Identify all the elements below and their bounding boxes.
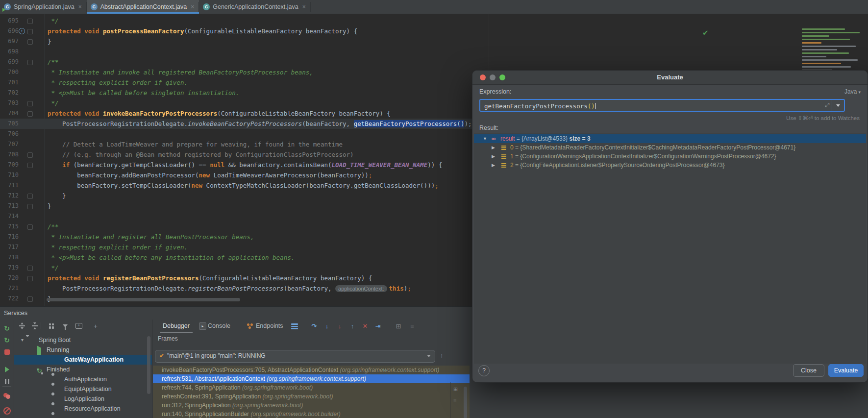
line-number[interactable]: 698	[0, 47, 19, 57]
frame-row[interactable]: run:312, SpringApplication (org.springfr…	[153, 401, 470, 410]
line-number[interactable]: 697	[0, 36, 19, 47]
frame-row[interactable]: refresh:744, SpringApplication (org.spri…	[153, 383, 470, 392]
expand-editor-icon[interactable]: ⤢	[825, 102, 829, 108]
filter-icon[interactable]	[60, 321, 70, 331]
tree-item-LogApplication[interactable]: LogApplication	[14, 394, 152, 404]
step-into-icon[interactable]: ↓	[322, 320, 332, 331]
line-number[interactable]: 703	[0, 98, 19, 108]
tree-item-Finished[interactable]: ▾↻Finished	[14, 365, 152, 374]
fold-marker-icon[interactable]	[27, 152, 33, 158]
line-number[interactable]: 704	[0, 108, 19, 119]
group-by-icon[interactable]	[47, 321, 56, 331]
line-number[interactable]: 700	[0, 67, 19, 77]
collapse-all-icon[interactable]	[30, 321, 40, 331]
help-button[interactable]: ?	[478, 365, 490, 376]
resume-icon[interactable]	[0, 365, 14, 374]
chevron-right-icon[interactable]: ▶	[492, 152, 495, 161]
line-number[interactable]: 701	[0, 77, 19, 88]
frames-scrollbar[interactable]	[464, 387, 467, 418]
tab-endpoints[interactable]: Endpoints	[256, 320, 283, 332]
result-row[interactable]: ▼∞result = {ArrayList@4533} size = 3	[474, 134, 866, 143]
line-number[interactable]: 721	[0, 283, 19, 294]
dialog-title-bar[interactable]: Evaluate	[472, 71, 868, 85]
chevron-right-icon[interactable]: ▶	[492, 143, 495, 152]
step-over-icon[interactable]: ↷	[309, 320, 320, 331]
frame-row[interactable]: run:140, SpringApplicationBuilder (org.s…	[153, 410, 470, 418]
result-child-row[interactable]: ▶2 = {ConfigFileApplicationListener$Prop…	[474, 161, 866, 170]
fold-marker-icon[interactable]	[27, 29, 33, 34]
tree-item-Running[interactable]: ▾Running	[14, 345, 152, 355]
line-number[interactable]: 715	[0, 221, 19, 232]
thread-selector[interactable]: ✔"main"@1 in group "main": RUNNING	[155, 350, 435, 363]
view-breakpoints-icon[interactable]	[0, 391, 14, 401]
tree-item-ResourceApplication[interactable]: ResourceApplication	[14, 404, 152, 414]
expression-history-dropdown[interactable]	[832, 100, 844, 111]
pause-icon[interactable]	[0, 376, 14, 386]
fold-marker-icon[interactable]	[27, 204, 33, 209]
editor-tab-SpringApplication.java[interactable]: CSpringApplication.java×	[0, 0, 87, 14]
line-number[interactable]: 718	[0, 252, 19, 263]
evaluate-button[interactable]: Evaluate	[828, 364, 864, 377]
fold-marker-icon[interactable]	[27, 276, 33, 281]
line-number[interactable]: 722	[0, 294, 19, 304]
frame-row[interactable]: refresh:531, AbstractApplicationContext …	[153, 374, 470, 383]
tree-scrollbar[interactable]	[147, 336, 150, 394]
language-selector[interactable]: Java	[844, 88, 861, 95]
fold-marker-icon[interactable]	[27, 39, 33, 45]
line-number[interactable]: 712	[0, 191, 19, 201]
line-number[interactable]: 699	[0, 57, 19, 67]
line-number[interactable]: 710	[0, 170, 19, 180]
tree-item-GateWayApplication[interactable]: GateWayApplication	[14, 355, 152, 365]
line-number[interactable]: 714	[0, 211, 19, 221]
editor-tab-GenericApplicationContext.java[interactable]: CGenericApplicationContext.java×	[199, 0, 310, 14]
line-number[interactable]: 711	[0, 180, 19, 191]
expression-input[interactable]: getBeanFactoryPostProcessors() ⤢	[479, 99, 845, 112]
tab-console[interactable]: Console	[208, 320, 230, 332]
drop-frame-icon[interactable]: ✕	[360, 320, 371, 331]
tree-item-EquiptApplication[interactable]: EquiptApplication	[14, 384, 152, 394]
close-button[interactable]: Close	[793, 364, 824, 377]
line-number[interactable]: 717	[0, 242, 19, 252]
tree-item-Spring Boot[interactable]: ▾Spring Boot	[14, 335, 152, 345]
rerun-debug-icon[interactable]: ↻	[0, 335, 14, 345]
fold-marker-icon[interactable]	[27, 266, 33, 271]
fold-marker-icon[interactable]	[27, 296, 33, 302]
step-out-icon[interactable]: ↑	[347, 320, 358, 331]
fold-marker-icon[interactable]	[27, 111, 33, 117]
line-number[interactable]: 709	[0, 160, 19, 170]
variables-toolbar-icon[interactable]: ⊞	[453, 386, 458, 393]
line-number[interactable]: 720	[0, 273, 19, 283]
close-tab-icon[interactable]: ×	[78, 3, 82, 10]
line-number[interactable]: 706	[0, 129, 19, 139]
close-tab-icon[interactable]: ×	[302, 3, 306, 10]
editor-tab-AbstractApplicationContext.java[interactable]: CAbstractApplicationContext.java×	[87, 0, 199, 14]
rerun-icon[interactable]: ↻	[0, 323, 14, 333]
focus-frame-icon[interactable]: ↑	[440, 352, 444, 359]
stop-icon[interactable]	[0, 347, 14, 357]
fold-marker-icon[interactable]	[27, 60, 33, 65]
result-child-row[interactable]: ▶1 = {ConfigurationWarningsApplicationCo…	[474, 152, 866, 161]
fold-marker-icon[interactable]	[27, 224, 33, 230]
expand-all-icon[interactable]	[17, 321, 27, 331]
line-number[interactable]: 719	[0, 263, 19, 273]
tab-debugger[interactable]: Debugger	[163, 320, 190, 332]
override-method-icon[interactable]: ↑	[19, 28, 25, 34]
close-tab-icon[interactable]: ×	[191, 3, 194, 10]
line-number[interactable]: 695	[0, 16, 19, 26]
result-child-row[interactable]: ▶0 = {SharedMetadataReaderFactoryContext…	[474, 143, 866, 152]
evaluate-expression-icon[interactable]: ⊞	[393, 320, 404, 331]
layout-icon[interactable]: ≡	[407, 320, 418, 331]
line-number[interactable]: 705	[0, 119, 19, 129]
inspections-ok-icon[interactable]: ✔	[702, 28, 709, 37]
fold-marker-icon[interactable]	[27, 19, 33, 24]
tree-item-clipped[interactable]	[14, 414, 152, 418]
editor-hscrollbar[interactable]	[47, 298, 240, 301]
add-service-icon[interactable]: +	[91, 321, 100, 331]
line-number[interactable]: 716	[0, 232, 19, 242]
layout-settings-icon[interactable]	[291, 323, 298, 329]
force-step-into-icon[interactable]: ↓	[334, 320, 345, 331]
chevron-down-icon[interactable]: ▼	[483, 134, 487, 143]
frame-row[interactable]: invokeBeanFactoryPostProcessors:705, Abs…	[153, 366, 470, 374]
chevron-right-icon[interactable]: ▶	[492, 161, 495, 170]
line-number[interactable]: 702	[0, 88, 19, 98]
